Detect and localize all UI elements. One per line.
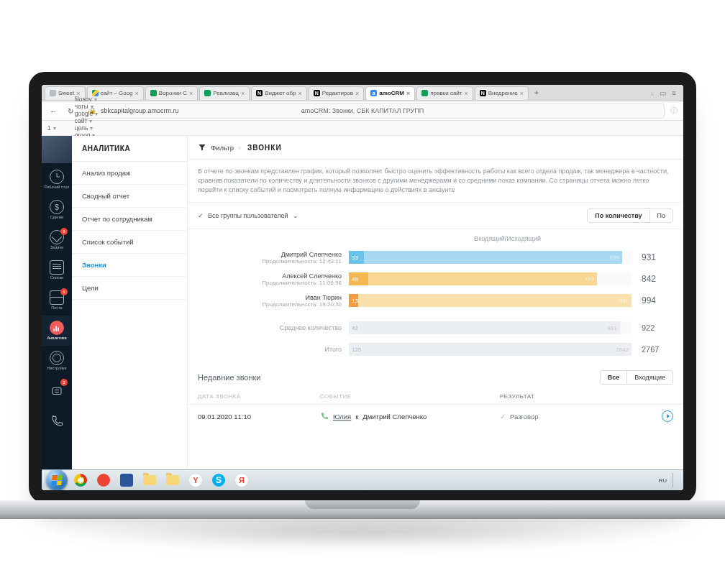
by-duration-button[interactable]: По xyxy=(649,209,672,222)
sidebar-item[interactable]: Анализ продаж xyxy=(72,162,187,185)
col-event: СОБЫТИЕ xyxy=(320,393,500,400)
check-icon: ✓ xyxy=(500,413,506,421)
browser-tab[interactable]: NРедактиров× xyxy=(309,86,365,100)
close-tab-icon[interactable]: × xyxy=(406,90,410,97)
close-tab-icon[interactable]: × xyxy=(189,90,193,97)
breadcrumb: ЗВОНКИ xyxy=(247,144,282,152)
taskbar-yandex-icon[interactable]: Y xyxy=(186,472,206,488)
content-header: Фильтр › ЗВОНКИ xyxy=(188,136,683,160)
call-event: Юлия к Дмитрий Слепченко xyxy=(320,412,500,421)
sidebar-title: АНАЛИТИКА xyxy=(72,136,187,162)
rail-item-phone[interactable] xyxy=(42,406,72,436)
sidebar-item[interactable]: Звонки xyxy=(72,254,187,277)
calls-chart: Входящий/Исходящий Дмитрий СлепченкоПрод… xyxy=(188,229,683,364)
system-tray[interactable]: RU xyxy=(658,473,679,487)
nav-back-button[interactable]: ← xyxy=(47,105,59,116)
bookmark-item[interactable]: filosov▾ xyxy=(75,96,99,103)
rail-item-list[interactable]: Списки xyxy=(42,255,72,285)
close-tab-icon[interactable]: × xyxy=(241,90,245,97)
chevron-down-icon: ⌄ xyxy=(293,212,298,219)
close-tab-icon[interactable]: × xyxy=(520,90,524,97)
call-result: ✓ Разговор xyxy=(500,410,673,422)
show-desktop[interactable] xyxy=(672,473,679,487)
nav-rail: Рабочий стол$СделкиЗадачи9СпискиПочта1Ан… xyxy=(42,136,72,469)
browser-tab[interactable]: NВиджет обр× xyxy=(251,86,307,100)
phone-icon xyxy=(50,415,63,428)
rail-item-dollar[interactable]: $Сделки xyxy=(42,195,72,225)
filter-button[interactable]: Фильтр › xyxy=(198,143,240,152)
rail-item-clock[interactable]: Рабочий стол xyxy=(42,165,72,195)
badge: 9 xyxy=(60,228,68,235)
chart-summary-row: Итого12526422767 xyxy=(198,339,673,360)
ext-icon xyxy=(50,385,63,398)
sidebar-item[interactable]: Сводный отчет xyxy=(72,185,187,208)
browser-tab[interactable]: правки сайт× xyxy=(416,86,473,100)
chevron-right-icon: › xyxy=(238,144,240,152)
rail-item-analytics[interactable]: Аналитика xyxy=(42,316,72,346)
browser-tab[interactable]: aamoCRM× xyxy=(365,86,415,100)
sidebar-item[interactable]: Цели xyxy=(72,277,187,300)
start-button[interactable] xyxy=(46,469,68,491)
browser-tab[interactable]: NВнедрение× xyxy=(475,86,529,100)
funnel-icon xyxy=(198,143,206,152)
close-tab-icon[interactable]: × xyxy=(135,90,139,97)
sidebar-item[interactable]: Отчет по сотрудникам xyxy=(72,208,187,231)
taskbar-yandex2-icon[interactable]: Я xyxy=(232,472,252,488)
lang-indicator[interactable]: RU xyxy=(658,477,667,484)
metric-toggle: По количеству По xyxy=(587,208,673,223)
chart-row: Дмитрий СлепченкоПродолжительность: 12:4… xyxy=(198,247,673,268)
taskbar-word-icon[interactable] xyxy=(117,472,137,488)
col-result: РЕЗУЛЬТАТ xyxy=(500,393,673,400)
chart-title: Входящий/Исходящий xyxy=(198,235,673,242)
by-quantity-button[interactable]: По количеству xyxy=(588,209,649,222)
phone-in-icon xyxy=(320,412,329,421)
taskbar-opera-icon[interactable] xyxy=(94,472,114,488)
taskbar-folder2-icon[interactable] xyxy=(163,472,183,488)
recent-call-row[interactable]: 09.01.2020 11:10 Юлия к Дмитрий Слепченк… xyxy=(188,405,683,428)
call-date: 09.01.2020 11:10 xyxy=(198,413,320,421)
app-body: Рабочий стол$СделкиЗадачи9СпискиПочта1Ан… xyxy=(42,136,683,469)
rail-item-ext[interactable]: 2 xyxy=(42,376,72,406)
downloads-icon[interactable]: ↓ xyxy=(650,89,654,97)
bookmark-item[interactable]: сайт▾ xyxy=(75,117,99,124)
screen: Sweet×сайт – Goog×Воронки С×Реализац×NВи… xyxy=(42,85,683,490)
caller-link[interactable]: Юлия xyxy=(333,413,351,421)
filter-incoming-button[interactable]: Входящие xyxy=(626,371,672,384)
browser-tab[interactable]: Воронки С× xyxy=(145,86,198,100)
dollar-icon: $ xyxy=(50,200,64,214)
new-tab-button[interactable]: ＋ xyxy=(530,86,543,99)
report-description: В отчете по звонкам представлен график, … xyxy=(188,160,683,203)
bookmark-item[interactable]: google▾ xyxy=(75,110,99,117)
play-recording-button[interactable] xyxy=(662,410,673,422)
menu-icon[interactable]: ≡ xyxy=(672,89,676,97)
bookmark-item[interactable]: чаты▾ xyxy=(75,103,99,110)
translate-icon[interactable]: ⓘ xyxy=(670,106,678,116)
list-icon xyxy=(50,260,64,275)
bookmark-item[interactable]: 1▾ xyxy=(47,124,56,132)
taskbar-chrome-icon[interactable] xyxy=(70,472,91,488)
taskbar-skype-icon[interactable]: S xyxy=(209,472,229,488)
gear-icon xyxy=(50,351,64,365)
close-tab-icon[interactable]: × xyxy=(355,90,359,97)
main-panel: Фильтр › ЗВОНКИ В отчете по звонкам пред… xyxy=(188,136,683,469)
browser-tab[interactable]: Реализац× xyxy=(199,86,250,100)
chart-row: Иван ТюринПродолжительность: 19:20:30139… xyxy=(198,290,673,311)
url-field[interactable]: 🔒 sbkcapitalgroup.amocrm.ru amoCRM: Звон… xyxy=(82,103,665,119)
sidebar-item[interactable]: Список событий xyxy=(72,231,187,254)
group-filter-dropdown[interactable]: ✓ Все группы пользователей ⌄ xyxy=(198,212,298,219)
clock-icon xyxy=(50,170,64,184)
recent-calls-header: Недавние звонки Все Входящие xyxy=(188,364,683,389)
close-tab-icon[interactable]: × xyxy=(298,90,302,97)
filter-all-button[interactable]: Все xyxy=(601,371,627,384)
avatar[interactable] xyxy=(42,136,72,163)
close-tab-icon[interactable]: × xyxy=(465,90,468,97)
windows-taskbar: Y S Я RU xyxy=(42,469,683,490)
bookmarks-bar: 1▾ filosov▾чаты▾google▾сайт▾цель▾qroog▾И… xyxy=(42,121,683,136)
taskbar-explorer-icon[interactable] xyxy=(140,472,160,488)
rail-item-mail[interactable]: Почта1 xyxy=(42,285,72,316)
report-controls: ✓ Все группы пользователей ⌄ По количест… xyxy=(188,203,683,229)
rail-item-gear[interactable]: Настройки xyxy=(42,346,72,376)
sidebar-icon[interactable]: ▭ xyxy=(660,89,666,97)
rail-item-task[interactable]: Задачи9 xyxy=(42,225,72,255)
bookmark-item[interactable]: цель▾ xyxy=(75,124,99,132)
